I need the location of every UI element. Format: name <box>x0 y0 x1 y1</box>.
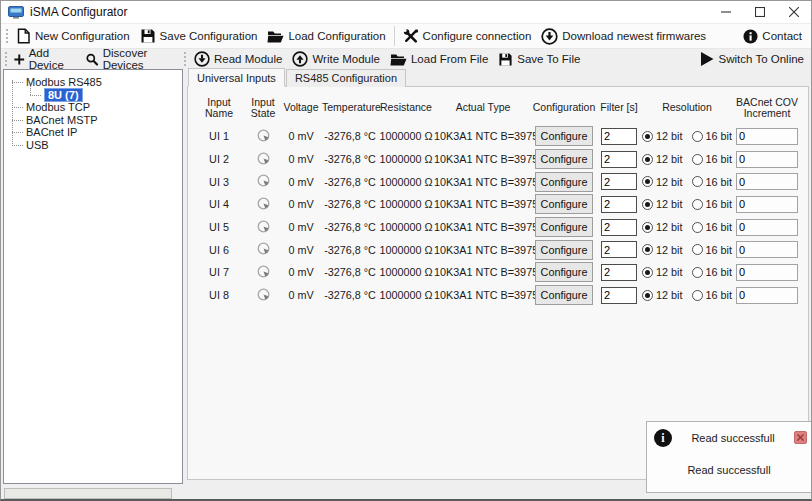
filter-input[interactable] <box>601 264 637 281</box>
resolution-radio-16bit[interactable]: 16 bit <box>692 289 732 301</box>
radio-icon[interactable] <box>692 176 703 187</box>
radio-icon[interactable] <box>692 199 703 210</box>
bacnet-cov-input[interactable] <box>736 173 798 190</box>
radio-icon[interactable] <box>692 267 703 278</box>
write-module-button[interactable]: Write Module <box>287 49 385 69</box>
toolbar-grip <box>3 50 7 68</box>
radio-icon[interactable] <box>692 290 703 301</box>
tab-universal-inputs[interactable]: Universal Inputs <box>188 68 285 87</box>
maximize-button[interactable] <box>743 1 777 23</box>
save-configuration-button[interactable]: Save Configuration <box>135 26 263 46</box>
tree-item[interactable]: USB <box>10 139 182 152</box>
read-module-label: Read Module <box>214 53 282 65</box>
resolution-radio-16bit[interactable]: 16 bit <box>692 153 732 165</box>
tree-item[interactable]: BACnet IP <box>10 126 182 139</box>
bacnet-cov-cell <box>732 219 802 236</box>
actual-type-cell: 10K3A1 NTC B=3975K <box>434 289 532 301</box>
configure-button[interactable]: Configure <box>535 149 593 169</box>
resolution-radio-12bit[interactable]: 12 bit <box>642 289 682 301</box>
filter-input[interactable] <box>601 128 637 145</box>
resolution-cell: 12 bit16 bit <box>642 221 732 233</box>
resolution-radio-16bit[interactable]: 16 bit <box>692 266 732 278</box>
new-configuration-button[interactable]: New Configuration <box>11 26 135 46</box>
contact-button[interactable]: Contact <box>738 27 807 46</box>
configure-button[interactable]: Configure <box>535 194 593 214</box>
actual-type-cell: 10K3A1 NTC B=3975K <box>434 266 532 278</box>
load-from-file-button[interactable]: Load From File <box>385 50 493 69</box>
filter-input[interactable] <box>601 287 637 304</box>
filter-input[interactable] <box>601 241 637 258</box>
save-icon <box>498 52 513 67</box>
resolution-radio-12bit[interactable]: 12 bit <box>642 221 682 233</box>
resolution-radio-16bit[interactable]: 16 bit <box>692 221 732 233</box>
configure-button[interactable]: Configure <box>535 172 593 192</box>
resolution-radio-12bit[interactable]: 12 bit <box>642 198 682 210</box>
radio-icon[interactable] <box>692 154 703 165</box>
close-button[interactable] <box>777 1 811 23</box>
resolution-radio-12bit[interactable]: 12 bit <box>642 244 682 256</box>
resolution-radio-16bit[interactable]: 16 bit <box>692 244 732 256</box>
tree-item[interactable]: BACnet MSTP <box>10 114 182 127</box>
configure-button[interactable]: Configure <box>535 262 593 282</box>
read-module-button[interactable]: Read Module <box>189 49 287 69</box>
bacnet-cov-input[interactable] <box>736 219 798 236</box>
voltage-cell: 0 mV <box>280 130 322 142</box>
switch-to-online-button[interactable]: Switch To Online <box>694 49 809 69</box>
radio-icon[interactable] <box>642 176 653 187</box>
bacnet-cov-input[interactable] <box>736 287 798 304</box>
filter-input[interactable] <box>601 151 637 168</box>
filter-input[interactable] <box>601 196 637 213</box>
temperature-cell: -3276,8 °C <box>322 221 378 233</box>
tree-item[interactable]: Modbus RS485 <box>10 76 182 89</box>
app-window: iSMA Configurator New Configuration <box>0 0 812 501</box>
column-header-resistance: Resistance <box>378 102 434 114</box>
radio-icon[interactable] <box>692 244 703 255</box>
radio-icon[interactable] <box>642 131 653 142</box>
download-firmwares-button[interactable]: Download newest firmwares <box>536 26 711 47</box>
bacnet-cov-input[interactable] <box>736 151 798 168</box>
radio-icon[interactable] <box>642 222 653 233</box>
notification-close-button[interactable] <box>794 431 807 444</box>
tab-rs485-configuration[interactable]: RS485 Configuration <box>286 69 406 87</box>
resolution-radio-12bit[interactable]: 12 bit <box>642 266 682 278</box>
tree-item[interactable]: 8U (7) <box>10 89 182 102</box>
radio-icon[interactable] <box>642 199 653 210</box>
bacnet-cov-cell <box>732 264 802 281</box>
tree-item[interactable]: Modbus TCP <box>10 101 182 114</box>
column-header-configuration: Configuration <box>532 102 596 114</box>
radio-icon[interactable] <box>642 290 653 301</box>
resolution-radio-12bit[interactable]: 12 bit <box>642 176 682 188</box>
minimize-button[interactable] <box>709 1 743 23</box>
input-state-cell <box>246 174 280 189</box>
input-state-icon <box>257 220 270 233</box>
filter-input[interactable] <box>601 219 637 236</box>
resolution-radio-16bit[interactable]: 16 bit <box>692 176 732 188</box>
save-to-file-button[interactable]: Save To File <box>493 50 585 69</box>
radio-icon[interactable] <box>642 244 653 255</box>
tree-item-selected: 8U (7) <box>44 88 83 102</box>
radio-icon[interactable] <box>692 222 703 233</box>
save-icon <box>140 28 156 44</box>
bacnet-cov-input[interactable] <box>736 196 798 213</box>
resolution-radio-16bit[interactable]: 16 bit <box>692 130 732 142</box>
resolution-cell: 12 bit16 bit <box>642 266 732 278</box>
configure-button[interactable]: Configure <box>535 126 593 146</box>
configure-button[interactable]: Configure <box>535 217 593 237</box>
radio-icon[interactable] <box>642 154 653 165</box>
resolution-radio-12bit[interactable]: 12 bit <box>642 153 682 165</box>
load-configuration-button[interactable]: Load Configuration <box>262 27 390 46</box>
resolution-radio-12bit[interactable]: 12 bit <box>642 130 682 142</box>
radio-icon[interactable] <box>692 131 703 142</box>
configure-button[interactable]: Configure <box>535 285 593 305</box>
configure-connection-button[interactable]: Configure connection <box>398 26 537 46</box>
bacnet-cov-input[interactable] <box>736 128 798 145</box>
filter-cell <box>596 264 642 281</box>
bacnet-cov-input[interactable] <box>736 241 798 258</box>
resolution-radio-16bit[interactable]: 16 bit <box>692 198 732 210</box>
configure-button[interactable]: Configure <box>535 240 593 260</box>
write-module-label: Write Module <box>312 53 380 65</box>
radio-icon[interactable] <box>642 267 653 278</box>
tree-item-label: USB <box>26 139 49 151</box>
filter-input[interactable] <box>601 173 637 190</box>
bacnet-cov-input[interactable] <box>736 264 798 281</box>
